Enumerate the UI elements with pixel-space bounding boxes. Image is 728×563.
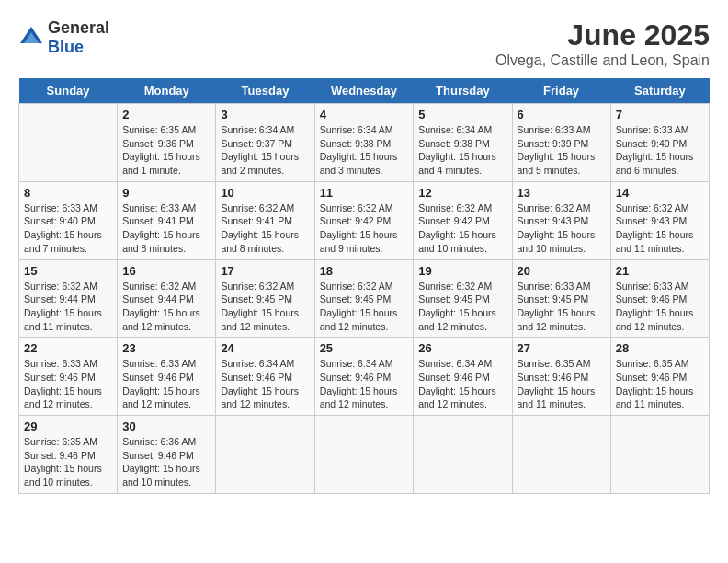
calendar-cell: 4 Sunrise: 6:34 AMSunset: 9:38 PMDayligh… <box>314 104 414 182</box>
calendar-cell <box>414 416 512 494</box>
title-area: June 2025 Olvega, Castille and Leon, Spa… <box>495 18 710 69</box>
calendar-cell: 13 Sunrise: 6:32 AMSunset: 9:43 PMDaylig… <box>512 181 610 259</box>
day-number: 24 <box>221 341 309 355</box>
day-number: 7 <box>616 108 704 121</box>
header: General Blue June 2025 Olvega, Castille … <box>18 18 710 69</box>
day-info: Sunrise: 6:33 AMSunset: 9:46 PMDaylight:… <box>24 357 112 411</box>
day-number: 5 <box>418 108 506 121</box>
calendar-cell: 30 Sunrise: 6:36 AMSunset: 9:46 PMDaylig… <box>118 416 216 494</box>
day-number: 27 <box>518 341 606 355</box>
day-info: Sunrise: 6:34 AMSunset: 9:38 PMDaylight:… <box>418 123 506 178</box>
day-info: Sunrise: 6:33 AMSunset: 9:39 PMDaylight:… <box>518 123 606 178</box>
calendar-cell: 28 Sunrise: 6:35 AMSunset: 9:46 PMDaylig… <box>610 338 709 416</box>
day-info: Sunrise: 6:32 AMSunset: 9:45 PMDaylight:… <box>320 280 409 334</box>
header-sunday: Sunday <box>19 78 118 104</box>
calendar-cell: 25 Sunrise: 6:34 AMSunset: 9:46 PMDaylig… <box>314 338 414 416</box>
day-number: 9 <box>122 186 210 200</box>
calendar-cell <box>610 416 709 494</box>
day-info: Sunrise: 6:32 AMSunset: 9:41 PMDaylight:… <box>221 201 309 256</box>
logo: General Blue <box>18 18 109 57</box>
day-info: Sunrise: 6:32 AMSunset: 9:42 PMDaylight:… <box>418 201 506 256</box>
calendar-cell <box>314 416 414 494</box>
logo-icon <box>18 25 44 51</box>
header-monday: Monday <box>118 78 216 104</box>
header-thursday: Thursday <box>414 78 512 104</box>
calendar-cell: 8 Sunrise: 6:33 AMSunset: 9:40 PMDayligh… <box>19 181 118 259</box>
calendar-cell: 20 Sunrise: 6:33 AMSunset: 9:45 PMDaylig… <box>512 259 610 338</box>
calendar-table: Sunday Monday Tuesday Wednesday Thursday… <box>18 78 710 494</box>
calendar-cell: 6 Sunrise: 6:33 AMSunset: 9:39 PMDayligh… <box>512 104 610 182</box>
day-number: 20 <box>518 264 606 278</box>
day-info: Sunrise: 6:35 AMSunset: 9:46 PMDaylight:… <box>518 357 606 411</box>
subtitle: Olvega, Castille and Leon, Spain <box>495 52 710 69</box>
calendar-cell: 23 Sunrise: 6:33 AMSunset: 9:46 PMDaylig… <box>118 338 216 416</box>
day-number: 26 <box>418 341 506 355</box>
day-info: Sunrise: 6:32 AMSunset: 9:43 PMDaylight:… <box>616 201 704 256</box>
calendar-cell <box>512 416 610 494</box>
day-info: Sunrise: 6:33 AMSunset: 9:41 PMDaylight:… <box>122 201 210 256</box>
day-info: Sunrise: 6:34 AMSunset: 9:46 PMDaylight:… <box>418 357 506 411</box>
day-number: 28 <box>616 341 704 355</box>
day-info: Sunrise: 6:34 AMSunset: 9:37 PMDaylight:… <box>221 123 309 178</box>
day-info: Sunrise: 6:34 AMSunset: 9:46 PMDaylight:… <box>320 357 409 411</box>
day-number: 8 <box>24 186 112 200</box>
day-number: 13 <box>518 186 606 200</box>
day-number: 16 <box>122 264 210 278</box>
calendar-cell: 24 Sunrise: 6:34 AMSunset: 9:46 PMDaylig… <box>216 338 314 416</box>
day-number: 4 <box>320 108 409 121</box>
calendar-cell: 9 Sunrise: 6:33 AMSunset: 9:41 PMDayligh… <box>118 181 216 259</box>
calendar-cell: 12 Sunrise: 6:32 AMSunset: 9:42 PMDaylig… <box>414 181 512 259</box>
calendar-cell: 17 Sunrise: 6:32 AMSunset: 9:45 PMDaylig… <box>216 259 314 338</box>
day-info: Sunrise: 6:35 AMSunset: 9:46 PMDaylight:… <box>24 435 112 489</box>
day-info: Sunrise: 6:34 AMSunset: 9:38 PMDaylight:… <box>320 123 409 178</box>
calendar-cell: 3 Sunrise: 6:34 AMSunset: 9:37 PMDayligh… <box>216 104 314 182</box>
calendar-cell: 26 Sunrise: 6:34 AMSunset: 9:46 PMDaylig… <box>414 338 512 416</box>
calendar-cell: 29 Sunrise: 6:35 AMSunset: 9:46 PMDaylig… <box>19 416 118 494</box>
day-info: Sunrise: 6:35 AMSunset: 9:46 PMDaylight:… <box>616 357 704 411</box>
main-title: June 2025 <box>495 18 710 52</box>
calendar-cell: 10 Sunrise: 6:32 AMSunset: 9:41 PMDaylig… <box>216 181 314 259</box>
calendar-cell: 19 Sunrise: 6:32 AMSunset: 9:45 PMDaylig… <box>414 259 512 338</box>
day-info: Sunrise: 6:34 AMSunset: 9:46 PMDaylight:… <box>221 357 309 411</box>
day-number: 2 <box>122 108 210 121</box>
header-saturday: Saturday <box>610 78 709 104</box>
day-number: 23 <box>122 341 210 355</box>
day-info: Sunrise: 6:33 AMSunset: 9:46 PMDaylight:… <box>616 280 704 334</box>
day-number: 18 <box>320 264 409 278</box>
day-info: Sunrise: 6:32 AMSunset: 9:44 PMDaylight:… <box>122 280 210 334</box>
day-info: Sunrise: 6:32 AMSunset: 9:42 PMDaylight:… <box>320 201 409 256</box>
day-number: 12 <box>418 186 506 200</box>
header-tuesday: Tuesday <box>216 78 314 104</box>
day-info: Sunrise: 6:32 AMSunset: 9:43 PMDaylight:… <box>518 201 606 256</box>
day-info: Sunrise: 6:32 AMSunset: 9:45 PMDaylight:… <box>221 280 309 334</box>
day-number: 19 <box>418 264 506 278</box>
day-number: 11 <box>320 186 409 200</box>
calendar-cell: 18 Sunrise: 6:32 AMSunset: 9:45 PMDaylig… <box>314 259 414 338</box>
logo-general-text: General <box>48 18 109 37</box>
calendar-cell <box>216 416 314 494</box>
day-number: 14 <box>616 186 704 200</box>
calendar-cell: 15 Sunrise: 6:32 AMSunset: 9:44 PMDaylig… <box>19 259 118 338</box>
day-number: 17 <box>221 264 309 278</box>
day-info: Sunrise: 6:33 AMSunset: 9:46 PMDaylight:… <box>122 357 210 411</box>
day-number: 25 <box>320 341 409 355</box>
day-number: 6 <box>518 108 606 121</box>
calendar-cell: 7 Sunrise: 6:33 AMSunset: 9:40 PMDayligh… <box>610 104 709 182</box>
calendar-cell: 22 Sunrise: 6:33 AMSunset: 9:46 PMDaylig… <box>19 338 118 416</box>
day-number: 29 <box>24 419 112 433</box>
day-info: Sunrise: 6:33 AMSunset: 9:40 PMDaylight:… <box>616 123 704 178</box>
day-info: Sunrise: 6:36 AMSunset: 9:46 PMDaylight:… <box>122 435 210 489</box>
day-number: 10 <box>221 186 309 200</box>
calendar-cell: 14 Sunrise: 6:32 AMSunset: 9:43 PMDaylig… <box>610 181 709 259</box>
day-info: Sunrise: 6:32 AMSunset: 9:45 PMDaylight:… <box>418 280 506 334</box>
day-number: 30 <box>122 419 210 433</box>
day-number: 22 <box>24 341 112 355</box>
header-friday: Friday <box>512 78 610 104</box>
day-number: 21 <box>616 264 704 278</box>
day-info: Sunrise: 6:33 AMSunset: 9:45 PMDaylight:… <box>518 280 606 334</box>
day-info: Sunrise: 6:35 AMSunset: 9:36 PMDaylight:… <box>122 123 210 178</box>
day-info: Sunrise: 6:32 AMSunset: 9:44 PMDaylight:… <box>24 280 112 334</box>
logo-blue-text: Blue <box>48 38 84 56</box>
calendar-cell: 27 Sunrise: 6:35 AMSunset: 9:46 PMDaylig… <box>512 338 610 416</box>
day-number: 3 <box>221 108 309 121</box>
